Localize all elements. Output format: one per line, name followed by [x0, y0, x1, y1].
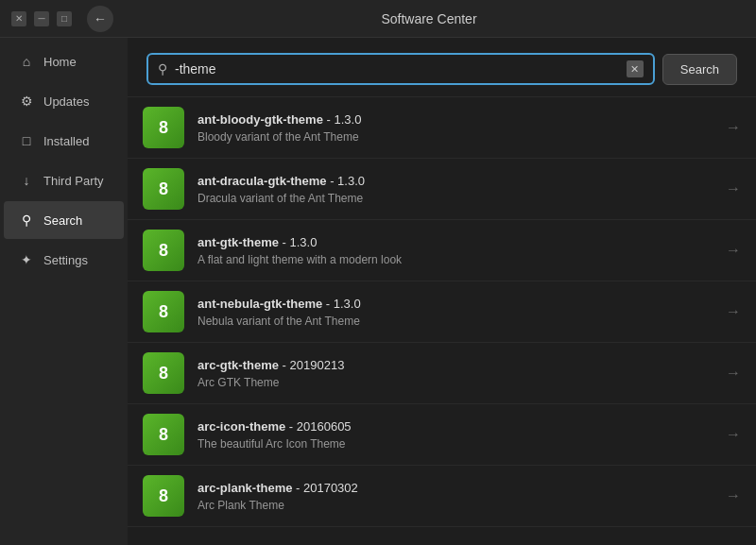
result-description: Nebula variant of the Ant Theme: [198, 315, 713, 328]
sidebar-item-third-party[interactable]: ↓ Third Party: [4, 162, 124, 199]
sidebar-item-installed[interactable]: □ Installed: [4, 122, 124, 160]
result-text: ant-dracula-gtk-theme - 1.3.0 Dracula va…: [198, 173, 713, 205]
result-text: arc-icon-theme - 20160605 The beautiful …: [198, 418, 713, 451]
main-layout: ⌂ Home ⚙ Updates □ Installed ↓ Third Par…: [0, 38, 756, 545]
result-name: ant-dracula-gtk-theme - 1.3.0: [198, 173, 713, 190]
result-arrow-icon: →: [726, 119, 741, 136]
close-button[interactable]: ✕: [11, 11, 26, 26]
result-name: arc-plank-theme - 20170302: [198, 480, 713, 497]
result-name: arc-icon-theme - 20160605: [198, 418, 713, 435]
result-description: A flat and light theme with a modern loo…: [198, 253, 713, 266]
result-text: ant-bloody-gtk-theme - 1.3.0 Bloody vari…: [198, 111, 713, 144]
sidebar-item-label: Home: [43, 55, 77, 69]
sidebar-item-label: Third Party: [43, 174, 104, 188]
window-controls: ✕ ─ □ ←: [11, 6, 113, 32]
search-bar-container: ⚲ ✕ Search: [128, 38, 756, 96]
third-party-icon: ↓: [19, 173, 34, 188]
result-item[interactable]: 8 arc-gtk-theme - 20190213 Arc GTK Theme…: [128, 343, 756, 404]
result-text: ant-nebula-gtk-theme - 1.3.0 Nebula vari…: [198, 296, 713, 328]
result-description: Arc GTK Theme: [198, 376, 713, 389]
result-item[interactable]: 8 ant-nebula-gtk-theme - 1.3.0 Nebula va…: [128, 281, 756, 343]
minimize-button[interactable]: ─: [34, 11, 49, 26]
sidebar-item-label: Updates: [43, 94, 89, 109]
result-item[interactable]: 8 ant-dracula-gtk-theme - 1.3.0 Dracula …: [128, 159, 756, 220]
sidebar: ⌂ Home ⚙ Updates □ Installed ↓ Third Par…: [0, 38, 128, 545]
result-arrow-icon: →: [726, 426, 741, 443]
result-icon: 8: [143, 168, 184, 210]
clear-button[interactable]: ✕: [627, 60, 644, 77]
result-name: ant-gtk-theme - 1.3.0: [198, 234, 713, 251]
sidebar-item-updates[interactable]: ⚙ Updates: [4, 82, 124, 120]
result-arrow-icon: →: [726, 180, 741, 197]
result-icon: 8: [143, 352, 184, 394]
search-button[interactable]: Search: [662, 54, 737, 85]
sidebar-item-label: Search: [43, 213, 82, 228]
result-text: arc-plank-theme - 20170302 Arc Plank The…: [198, 480, 713, 512]
result-name: ant-bloody-gtk-theme - 1.3.0: [198, 111, 713, 128]
result-icon: 8: [143, 230, 184, 271]
result-name: ant-nebula-gtk-theme - 1.3.0: [198, 296, 713, 313]
result-icon: 8: [143, 107, 184, 148]
result-item[interactable]: 8 ant-bloody-gtk-theme - 1.3.0 Bloody va…: [128, 97, 756, 159]
settings-icon: ✦: [19, 252, 34, 267]
search-input[interactable]: [175, 61, 619, 77]
installed-icon: □: [19, 133, 34, 148]
result-description: The beautiful Arc Icon Theme: [198, 437, 713, 451]
updates-icon: ⚙: [19, 94, 34, 109]
result-arrow-icon: →: [726, 487, 741, 504]
sidebar-item-search[interactable]: ⚲ Search: [4, 201, 124, 239]
result-icon: 8: [143, 475, 184, 517]
result-item[interactable]: 8 arc-plank-theme - 20170302 Arc Plank T…: [128, 466, 756, 527]
result-item[interactable]: 8 arc-icon-theme - 20160605 The beautifu…: [128, 404, 756, 466]
result-icon: 8: [143, 291, 184, 332]
result-item[interactable]: 8 ant-gtk-theme - 1.3.0 A flat and light…: [128, 220, 756, 281]
result-arrow-icon: →: [726, 365, 741, 382]
maximize-button[interactable]: □: [57, 11, 72, 26]
result-text: arc-gtk-theme - 20190213 Arc GTK Theme: [198, 357, 713, 389]
result-description: Bloody variant of the Ant Theme: [198, 130, 713, 144]
result-text: ant-gtk-theme - 1.3.0 A flat and light t…: [198, 234, 713, 266]
search-input-wrapper: ⚲ ✕: [146, 53, 655, 85]
home-icon: ⌂: [19, 54, 34, 69]
title-bar: ✕ ─ □ ← Software Center: [0, 0, 756, 38]
app-title: Software Center: [113, 11, 745, 26]
result-description: Arc Plank Theme: [198, 499, 713, 512]
sidebar-item-label: Installed: [43, 134, 89, 148]
sidebar-item-home[interactable]: ⌂ Home: [4, 43, 124, 80]
result-arrow-icon: →: [726, 242, 741, 259]
search-icon: ⚲: [19, 213, 34, 228]
result-arrow-icon: →: [726, 303, 741, 320]
content-area: ⚲ ✕ Search 8 ant-bloody-gtk-theme - 1.3.…: [128, 38, 756, 545]
result-icon: 8: [143, 414, 184, 455]
results-list: 8 ant-bloody-gtk-theme - 1.3.0 Bloody va…: [128, 96, 756, 545]
result-description: Dracula variant of the Ant Theme: [198, 192, 713, 205]
back-button[interactable]: ←: [87, 6, 113, 32]
sidebar-item-label: Settings: [43, 253, 88, 267]
sidebar-item-settings[interactable]: ✦ Settings: [4, 241, 124, 279]
search-icon: ⚲: [158, 61, 167, 77]
result-name: arc-gtk-theme - 20190213: [198, 357, 713, 374]
